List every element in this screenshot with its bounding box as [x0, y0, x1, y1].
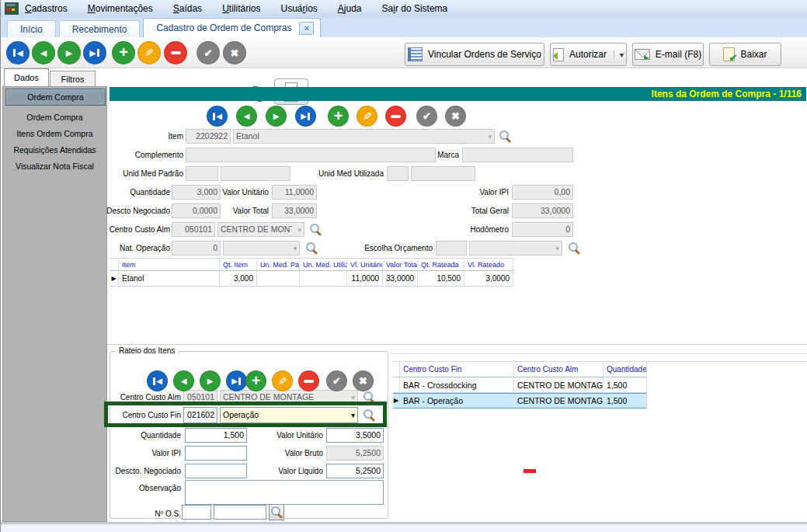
tab-inicio[interactable]: Início — [7, 20, 56, 37]
nat-operacao-search-icon[interactable] — [305, 242, 318, 254]
delete-record-button[interactable] — [164, 41, 187, 64]
valor-ipi-field[interactable]: 0,00 — [512, 185, 573, 200]
nav-prev-button[interactable]: ◀ — [32, 41, 55, 64]
column-header[interactable]: Valor Total — [383, 258, 418, 271]
menu-item-sair-do-sistema[interactable]: Sair do Sistema — [382, 3, 448, 14]
confirm-button[interactable]: ✔ — [416, 106, 437, 127]
nav-first-button[interactable]: ◀ — [6, 41, 30, 64]
hodometro-field[interactable]: 0 — [512, 222, 573, 237]
nav-next-button[interactable]: ▶ — [266, 106, 287, 127]
cell[interactable]: 3,000 — [220, 271, 257, 287]
cell[interactable]: 11,0000 — [347, 271, 383, 287]
escolha-orcamento-combo[interactable]: ▾ — [469, 241, 562, 256]
column-header[interactable]: Vl. Unitário — [347, 258, 383, 271]
menu-item-cadastros[interactable]: Cadastros — [25, 3, 68, 14]
cell[interactable]: 1,500 — [604, 377, 647, 393]
menu-item-saidas[interactable]: Saídas — [173, 3, 202, 14]
nat-operacao-code-field[interactable]: 0 — [172, 241, 221, 256]
chevron-down-icon[interactable]: ▾ — [293, 245, 297, 252]
add-record-button[interactable]: + — [245, 370, 266, 391]
nav-next-button[interactable]: ▶ — [200, 370, 221, 391]
cell[interactable]: BAR - Crossdocking — [400, 377, 514, 393]
unid-med-utilizada-code-field[interactable] — [387, 166, 409, 181]
nav-last-button[interactable]: ▶ — [226, 370, 247, 391]
menu-item-usuarios[interactable]: Usuários — [280, 3, 317, 14]
delete-record-button[interactable] — [298, 370, 319, 391]
valor-unitario-field[interactable]: 11,0000 — [272, 185, 317, 200]
cell[interactable] — [300, 271, 347, 287]
escolha-orcamento-code-field[interactable] — [436, 241, 467, 256]
menu-item-utilitarios[interactable]: Utilitários — [222, 3, 260, 14]
confirm-button[interactable]: ✔ — [197, 41, 220, 64]
cell[interactable]: Etanol — [119, 271, 220, 287]
edit-record-button[interactable]: ✎ — [357, 106, 377, 127]
cell[interactable]: CENTRO DE MONTAGE — [514, 377, 604, 393]
rateio-os-search-button[interactable] — [269, 504, 284, 520]
rateio-valor-unitario-field[interactable]: 3,5000 — [326, 428, 384, 443]
centro-custo-alm-search-icon[interactable] — [309, 223, 322, 235]
column-header[interactable]: Un. Med. Padrão — [257, 258, 300, 271]
sidebar-item-ordem-compra[interactable]: Ordem Compra — [5, 110, 104, 125]
rateio-os-name-field[interactable] — [214, 505, 266, 520]
column-header[interactable]: Quantidade — [604, 361, 647, 377]
column-header[interactable]: Qt. Rateada — [418, 258, 464, 271]
cell[interactable]: 33,0000 — [383, 271, 418, 287]
column-header[interactable]: Centro Custo Alm — [514, 361, 604, 377]
e-mail-f8-button[interactable]: E-mail (F8) — [632, 43, 704, 66]
cell[interactable]: CENTRO DE MONTAGE — [514, 393, 604, 409]
rateio-observacao-field[interactable] — [185, 480, 384, 505]
column-header[interactable]: Un. Med. Utilizada — [300, 258, 347, 271]
nav-prev-button[interactable]: ◀ — [173, 370, 194, 391]
nav-last-button[interactable]: ▶ — [83, 41, 106, 64]
chevron-down-icon[interactable]: ▾ — [351, 394, 355, 401]
item-code-field[interactable]: 2202922 — [186, 129, 231, 144]
add-record-button[interactable]: + — [112, 41, 135, 64]
unid-med-padrao-code-field[interactable] — [186, 166, 218, 181]
unid-med-utilizada-name-field[interactable] — [411, 166, 475, 181]
valor-total-field[interactable]: 33,0000 — [272, 203, 317, 218]
nav-last-button[interactable]: ▶ — [295, 106, 316, 127]
vincular-ordens-de-servico-button[interactable]: Vincular Ordens de Serviço — [405, 43, 544, 66]
tab-filtros[interactable]: Filtros — [50, 71, 96, 86]
cancel-button[interactable]: ✖ — [445, 106, 466, 127]
unid-med-padrao-name-field[interactable] — [221, 166, 290, 181]
cell[interactable] — [257, 271, 300, 287]
rateio-valor-liquido-field[interactable]: 5,2500 — [326, 464, 384, 478]
edit-record-button[interactable]: ✎ — [137, 41, 161, 64]
chevron-down-icon[interactable]: ▾ — [488, 133, 492, 140]
add-record-button[interactable]: + — [328, 106, 349, 127]
nav-first-button[interactable]: ◀ — [207, 106, 228, 127]
item-search-icon[interactable] — [499, 130, 511, 142]
nat-operacao-combo[interactable]: ▾ — [223, 241, 300, 256]
tab-cadastro-de-ordem-de-compras[interactable]: Cadastro de Ordem de Compras× — [143, 18, 321, 37]
menu-item-movimentacoes[interactable]: Movimentações — [88, 3, 153, 14]
tab-recebimento[interactable]: Recebimento — [59, 20, 141, 37]
dropdown-caret-icon[interactable]: ▾ — [614, 50, 624, 59]
escolha-orcamento-search-icon[interactable] — [568, 242, 580, 254]
column-header[interactable]: Vl. Rateado — [464, 258, 513, 271]
marca-field[interactable] — [462, 148, 573, 162]
baixar-button[interactable]: Baixar — [709, 43, 781, 66]
rateio-os-code-field[interactable] — [182, 505, 211, 520]
confirm-button[interactable]: ✔ — [326, 370, 347, 391]
autorizar-button[interactable]: Autorizar▾ — [550, 43, 627, 66]
total-geral-field[interactable]: 33,0000 — [512, 203, 573, 218]
chevron-down-icon[interactable]: ▾ — [555, 245, 559, 252]
nav-next-button[interactable]: ▶ — [57, 41, 81, 64]
nav-first-button[interactable]: ◀ — [147, 370, 168, 391]
cell[interactable]: BAR - Operação — [400, 393, 514, 409]
chevron-down-icon[interactable]: ▾ — [297, 226, 301, 233]
centro-custo-alm-combo[interactable]: CENTRO DE MONTAGE ▾ — [217, 222, 304, 237]
cell[interactable]: 3,0000 — [464, 271, 513, 287]
cancel-button[interactable]: ✖ — [353, 370, 374, 391]
nav-prev-button[interactable]: ◀ — [236, 106, 257, 127]
tab-close-icon[interactable]: × — [299, 22, 314, 35]
column-header[interactable]: Item — [119, 258, 220, 271]
item-name-combo[interactable]: Etanol ▾ — [233, 129, 495, 144]
sidebar-item-ordem-compra[interactable]: Ordem Compra — [5, 89, 106, 106]
column-header[interactable]: Centro Custo Fin — [400, 361, 514, 377]
centro-custo-alm-code-field[interactable]: 050101 — [172, 222, 215, 237]
tab-dados[interactable]: Dados — [4, 68, 49, 86]
edit-record-button[interactable]: ✎ — [272, 370, 293, 391]
cell[interactable]: 10,500 — [418, 271, 464, 287]
